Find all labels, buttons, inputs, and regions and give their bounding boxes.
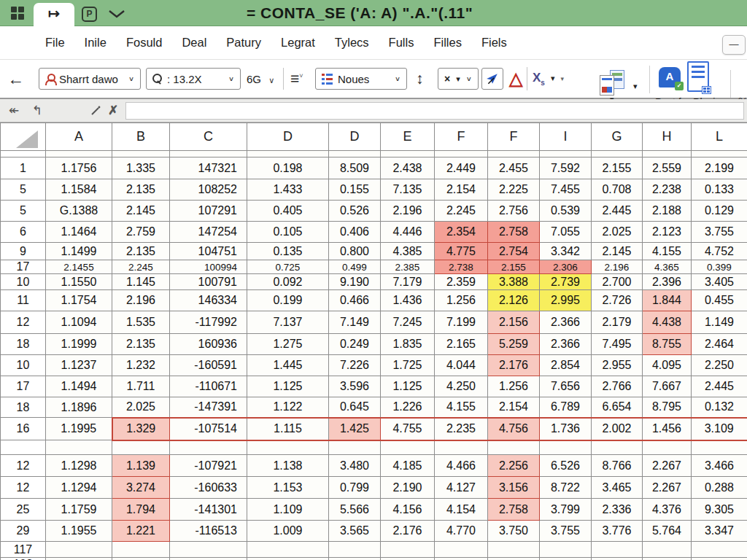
cell[interactable]: 4.250 — [435, 376, 488, 397]
cell[interactable]: 0.455 — [692, 290, 747, 311]
cell[interactable]: 2.726 — [592, 290, 643, 311]
cell[interactable] — [488, 440, 540, 455]
cell[interactable]: 4.154 — [435, 499, 488, 521]
cell[interactable] — [692, 151, 747, 158]
cell[interactable]: 0.499 — [329, 260, 381, 274]
cell[interactable]: 1.329 — [112, 418, 170, 440]
cell[interactable]: 0.092 — [247, 274, 329, 290]
column-header-D[interactable]: D — [247, 123, 329, 151]
cell[interactable]: 0.539 — [540, 201, 592, 222]
stacked-sheets-icon[interactable] — [600, 70, 629, 98]
cell[interactable]: 4.770 — [435, 521, 488, 542]
cell[interactable]: 5.566 — [329, 499, 381, 521]
cell[interactable]: -141301 — [170, 499, 247, 521]
column-header-F[interactable]: F — [488, 123, 540, 151]
cell[interactable]: 3.347 — [692, 521, 747, 542]
cell[interactable] — [435, 151, 488, 158]
cell[interactable] — [46, 542, 112, 558]
menu-fosuld[interactable]: Fosuld — [126, 36, 163, 50]
cell[interactable] — [247, 440, 329, 455]
cell[interactable]: 1.145 — [112, 274, 170, 290]
send-button[interactable] — [481, 68, 503, 90]
back-arrow-button[interactable]: ← — [7, 69, 24, 89]
chevron-down-icon[interactable] — [107, 9, 126, 22]
cell[interactable]: -116513 — [170, 521, 247, 542]
cell[interactable]: 1.125 — [247, 376, 329, 397]
cell[interactable] — [170, 151, 247, 158]
cell[interactable]: 3.388 — [488, 274, 540, 290]
caret-down-icon[interactable]: ▾ — [633, 82, 638, 91]
select-all-corner[interactable] — [1, 123, 46, 151]
cell[interactable]: 5.764 — [643, 521, 692, 542]
cell[interactable]: -160633 — [170, 477, 247, 499]
cell[interactable]: 100994 — [170, 260, 247, 274]
cell[interactable]: 2.955 — [592, 355, 643, 376]
cell[interactable]: 2.306 — [540, 260, 592, 274]
cell[interactable]: 146334 — [170, 290, 247, 311]
column-header-F[interactable]: F — [435, 123, 488, 151]
cell[interactable] — [692, 558, 747, 560]
cell[interactable] — [435, 558, 488, 560]
cell[interactable]: 7.656 — [540, 376, 592, 397]
cell[interactable] — [643, 440, 692, 455]
cell[interactable]: 3.466 — [692, 455, 747, 477]
cell[interactable]: 2.758 — [488, 499, 540, 521]
row-label[interactable]: 9 — [1, 243, 46, 260]
cell[interactable] — [46, 151, 112, 158]
cell[interactable] — [381, 542, 435, 558]
cell[interactable]: 2.145 — [592, 243, 643, 260]
cell[interactable]: 1.1754 — [46, 290, 112, 311]
cell[interactable]: 2.267 — [643, 477, 692, 499]
cell[interactable]: 1.736 — [540, 418, 592, 440]
cell[interactable]: 2.455 — [488, 158, 540, 179]
cell[interactable]: 1.436 — [381, 290, 435, 311]
cell[interactable]: 2.359 — [435, 274, 488, 290]
cell[interactable]: 8.722 — [540, 477, 592, 499]
cell[interactable]: 1.1298 — [46, 455, 112, 477]
cell[interactable] — [247, 151, 329, 158]
cell[interactable]: 160936 — [170, 334, 247, 355]
cell[interactable]: 1.835 — [381, 334, 435, 355]
column-header-G[interactable]: G — [592, 123, 643, 151]
cell[interactable]: 1.232 — [112, 355, 170, 376]
cell[interactable]: 1.275 — [247, 334, 329, 355]
cell[interactable]: 2.190 — [381, 477, 435, 499]
cell[interactable]: 1.138 — [247, 455, 329, 477]
cell[interactable]: 2.995 — [540, 290, 592, 311]
cell[interactable] — [247, 542, 329, 558]
x-options-button[interactable]: × ▾ ∨ — [438, 68, 479, 90]
cell[interactable] — [540, 542, 592, 558]
cell[interactable] — [247, 558, 329, 560]
signal-button[interactable]: 6G ∨ — [247, 73, 274, 85]
cell[interactable]: 2.559 — [643, 158, 692, 179]
cell[interactable]: 1.226 — [381, 397, 435, 418]
cell[interactable] — [540, 440, 592, 455]
cell[interactable]: 0.466 — [329, 290, 381, 311]
column-header-C[interactable]: C — [170, 123, 247, 151]
cell[interactable]: 2.366 — [540, 311, 592, 334]
cell[interactable]: 7.245 — [381, 311, 435, 334]
cell[interactable] — [592, 440, 643, 455]
cell[interactable] — [488, 558, 540, 560]
cell[interactable]: 0.799 — [329, 477, 381, 499]
cell[interactable]: 4.376 — [643, 499, 692, 521]
cell[interactable]: 1.149 — [692, 311, 747, 334]
cell[interactable] — [170, 558, 247, 560]
cell[interactable]: 8.795 — [643, 397, 692, 418]
cell[interactable]: 1.1494 — [46, 376, 112, 397]
cell[interactable] — [329, 440, 381, 455]
cell[interactable]: 2.250 — [692, 355, 747, 376]
cell[interactable]: 2.336 — [592, 499, 643, 521]
cell[interactable] — [592, 151, 643, 158]
cell[interactable]: 1.1955 — [46, 521, 112, 542]
cell[interactable]: -110671 — [170, 376, 247, 397]
cell[interactable] — [643, 542, 692, 558]
cell[interactable]: 1.1237 — [46, 355, 112, 376]
column-header-H[interactable]: H — [643, 123, 692, 151]
cell[interactable]: 4.755 — [381, 418, 435, 440]
cell[interactable]: 0.155 — [329, 179, 381, 201]
row-label[interactable]: 10 — [1, 355, 46, 376]
cell[interactable]: 3.342 — [540, 243, 592, 260]
list-view-button[interactable]: ≡˅ — [290, 70, 303, 88]
cell[interactable] — [329, 558, 381, 560]
